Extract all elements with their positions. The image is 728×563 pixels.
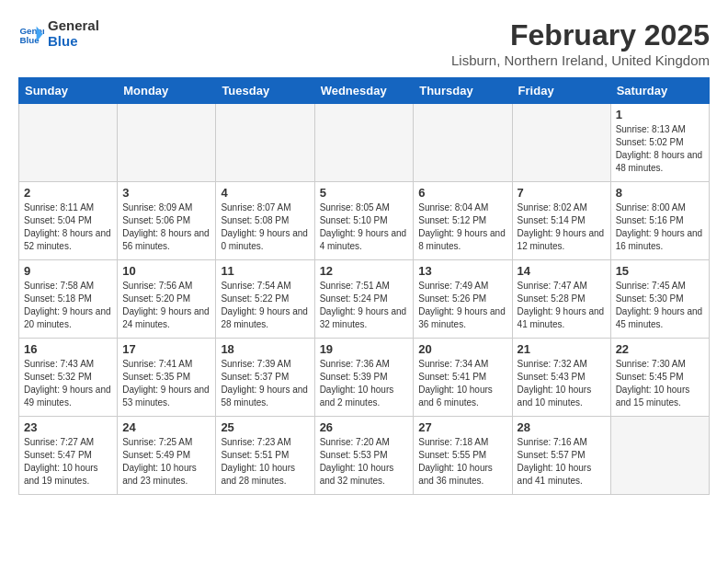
calendar-table: SundayMondayTuesdayWednesdayThursdayFrid… [18,77,710,495]
day-info: Sunrise: 7:36 AM Sunset: 5:39 PM Dayligh… [320,358,409,409]
day-info: Sunrise: 8:04 AM Sunset: 5:12 PM Dayligh… [418,201,506,253]
day-number: 28 [518,420,606,434]
calendar-day-cell: 11Sunrise: 7:54 AM Sunset: 5:22 PM Dayli… [216,260,314,339]
day-number: 12 [320,264,409,278]
day-number: 7 [518,186,606,200]
calendar-day-cell [216,104,314,182]
day-number: 27 [418,420,506,434]
calendar-day-cell [512,104,610,182]
day-number: 18 [221,342,309,356]
calendar-day-cell [414,104,512,182]
calendar-day-cell: 21Sunrise: 7:32 AM Sunset: 5:43 PM Dayli… [512,339,610,417]
day-info: Sunrise: 7:25 AM Sunset: 5:49 PM Dayligh… [122,436,210,488]
calendar-day-cell [19,104,118,182]
day-number: 21 [518,342,606,356]
day-info: Sunrise: 8:07 AM Sunset: 5:08 PM Dayligh… [221,201,309,253]
day-info: Sunrise: 7:39 AM Sunset: 5:37 PM Dayligh… [221,358,309,409]
day-number: 2 [24,186,112,200]
calendar-week-row: 16Sunrise: 7:43 AM Sunset: 5:32 PM Dayli… [19,339,710,417]
calendar-day-cell [314,104,414,182]
day-number: 11 [221,264,309,278]
calendar-day-cell: 27Sunrise: 7:18 AM Sunset: 5:55 PM Dayli… [414,417,512,495]
calendar-day-cell: 17Sunrise: 7:41 AM Sunset: 5:35 PM Dayli… [118,339,216,417]
day-info: Sunrise: 7:56 AM Sunset: 5:20 PM Dayligh… [122,280,210,331]
day-number: 1 [616,108,704,121]
day-info: Sunrise: 7:58 AM Sunset: 5:18 PM Dayligh… [24,280,112,331]
calendar-day-cell: 20Sunrise: 7:34 AM Sunset: 5:41 PM Dayli… [414,339,512,417]
day-info: Sunrise: 8:05 AM Sunset: 5:10 PM Dayligh… [320,201,409,253]
day-info: Sunrise: 7:27 AM Sunset: 5:47 PM Dayligh… [24,436,112,488]
day-number: 26 [320,420,409,434]
day-info: Sunrise: 7:20 AM Sunset: 5:53 PM Dayligh… [320,436,409,488]
day-info: Sunrise: 8:02 AM Sunset: 5:14 PM Dayligh… [518,201,606,253]
calendar-day-cell: 25Sunrise: 7:23 AM Sunset: 5:51 PM Dayli… [216,417,314,495]
day-number: 6 [418,186,506,200]
calendar-week-row: 23Sunrise: 7:27 AM Sunset: 5:47 PM Dayli… [19,417,710,495]
calendar-day-cell: 12Sunrise: 7:51 AM Sunset: 5:24 PM Dayli… [314,260,414,339]
day-info: Sunrise: 7:41 AM Sunset: 5:35 PM Dayligh… [122,358,210,409]
day-number: 23 [24,420,112,434]
logo: General Blue General Blue [18,18,99,49]
calendar-day-cell: 13Sunrise: 7:49 AM Sunset: 5:26 PM Dayli… [414,260,512,339]
day-number: 16 [24,342,112,356]
day-info: Sunrise: 7:23 AM Sunset: 5:51 PM Dayligh… [221,436,309,488]
weekday-header-cell: Sunday [19,78,118,104]
day-info: Sunrise: 7:45 AM Sunset: 5:30 PM Dayligh… [616,280,704,331]
day-info: Sunrise: 7:32 AM Sunset: 5:43 PM Dayligh… [518,358,606,409]
weekday-header-cell: Thursday [414,78,512,104]
day-info: Sunrise: 7:16 AM Sunset: 5:57 PM Dayligh… [518,436,606,488]
calendar-day-cell: 6Sunrise: 8:04 AM Sunset: 5:12 PM Daylig… [414,182,512,260]
calendar-day-cell: 9Sunrise: 7:58 AM Sunset: 5:18 PM Daylig… [19,260,118,339]
day-info: Sunrise: 7:34 AM Sunset: 5:41 PM Dayligh… [418,358,506,409]
title-area: February 2025 Lisburn, Northern Ireland,… [451,18,710,68]
day-number: 15 [616,264,704,278]
calendar-day-cell: 3Sunrise: 8:09 AM Sunset: 5:06 PM Daylig… [118,182,216,260]
calendar-day-cell: 24Sunrise: 7:25 AM Sunset: 5:49 PM Dayli… [118,417,216,495]
calendar-day-cell: 23Sunrise: 7:27 AM Sunset: 5:47 PM Dayli… [19,417,118,495]
calendar-day-cell: 7Sunrise: 8:02 AM Sunset: 5:14 PM Daylig… [512,182,610,260]
day-info: Sunrise: 7:51 AM Sunset: 5:24 PM Dayligh… [320,280,409,331]
calendar-day-cell: 5Sunrise: 8:05 AM Sunset: 5:10 PM Daylig… [314,182,414,260]
calendar-day-cell: 26Sunrise: 7:20 AM Sunset: 5:53 PM Dayli… [314,417,414,495]
calendar-day-cell: 4Sunrise: 8:07 AM Sunset: 5:08 PM Daylig… [216,182,314,260]
day-number: 9 [24,264,112,278]
weekday-header-cell: Tuesday [216,78,314,104]
day-number: 13 [418,264,506,278]
location-title: Lisburn, Northern Ireland, United Kingdo… [451,52,710,68]
calendar-day-cell: 28Sunrise: 7:16 AM Sunset: 5:57 PM Dayli… [512,417,610,495]
day-number: 25 [221,420,309,434]
logo-text-general: General [48,18,99,34]
day-number: 3 [122,186,210,200]
calendar-day-cell: 2Sunrise: 8:11 AM Sunset: 5:04 PM Daylig… [19,182,118,260]
weekday-header-cell: Saturday [610,78,709,104]
day-number: 8 [616,186,704,200]
calendar-day-cell: 1Sunrise: 8:13 AM Sunset: 5:02 PM Daylig… [610,104,709,182]
day-info: Sunrise: 7:49 AM Sunset: 5:26 PM Dayligh… [418,280,506,331]
calendar-day-cell [610,417,709,495]
weekday-header-cell: Friday [512,78,610,104]
weekday-header-cell: Monday [118,78,216,104]
day-number: 19 [320,342,409,356]
day-number: 20 [418,342,506,356]
calendar-day-cell: 8Sunrise: 8:00 AM Sunset: 5:16 PM Daylig… [610,182,709,260]
day-number: 4 [221,186,309,200]
weekday-header-row: SundayMondayTuesdayWednesdayThursdayFrid… [19,78,710,104]
day-info: Sunrise: 8:13 AM Sunset: 5:02 PM Dayligh… [616,123,704,175]
day-info: Sunrise: 7:30 AM Sunset: 5:45 PM Dayligh… [616,358,704,409]
day-info: Sunrise: 7:43 AM Sunset: 5:32 PM Dayligh… [24,358,112,409]
logo-text-blue: Blue [48,34,99,50]
page-header: General Blue General Blue February 2025 … [18,18,710,68]
logo-icon: General Blue [18,21,44,47]
calendar-body: 1Sunrise: 8:13 AM Sunset: 5:02 PM Daylig… [19,104,710,495]
day-number: 24 [122,420,210,434]
day-number: 22 [616,342,704,356]
calendar-day-cell: 18Sunrise: 7:39 AM Sunset: 5:37 PM Dayli… [216,339,314,417]
day-info: Sunrise: 8:11 AM Sunset: 5:04 PM Dayligh… [24,201,112,253]
calendar-day-cell: 15Sunrise: 7:45 AM Sunset: 5:30 PM Dayli… [610,260,709,339]
calendar-day-cell: 19Sunrise: 7:36 AM Sunset: 5:39 PM Dayli… [314,339,414,417]
day-info: Sunrise: 8:09 AM Sunset: 5:06 PM Dayligh… [122,201,210,253]
calendar-week-row: 1Sunrise: 8:13 AM Sunset: 5:02 PM Daylig… [19,104,710,182]
day-info: Sunrise: 7:47 AM Sunset: 5:28 PM Dayligh… [518,280,606,331]
weekday-header-cell: Wednesday [314,78,414,104]
day-info: Sunrise: 7:18 AM Sunset: 5:55 PM Dayligh… [418,436,506,488]
